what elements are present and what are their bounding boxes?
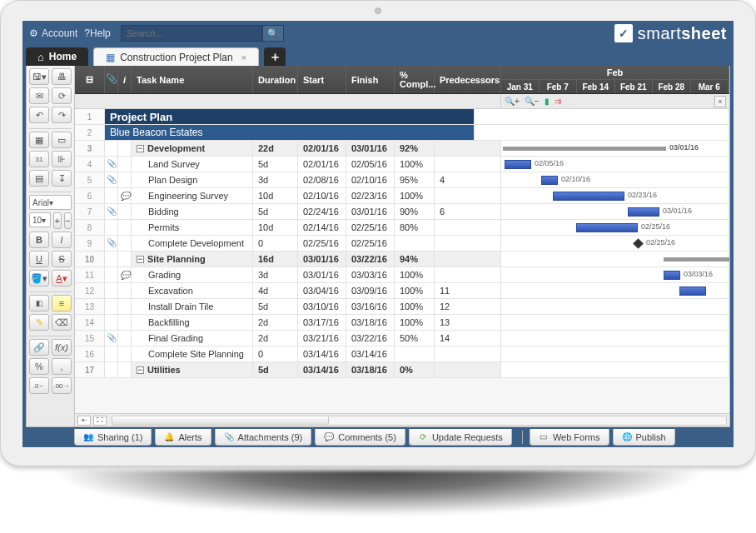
table-row[interactable]: 14Backfilling2d03/17/1603/18/16100%13 bbox=[75, 315, 729, 331]
cell-comment[interactable] bbox=[118, 331, 132, 346]
cell-task[interactable]: −Development bbox=[132, 141, 253, 156]
cell-start[interactable]: 02/01/16 bbox=[298, 141, 346, 156]
cell-complete[interactable]: 100% bbox=[395, 188, 435, 203]
cell-predecessors[interactable]: 13 bbox=[435, 315, 501, 330]
table-row[interactable]: 16Complete Site Planning003/14/1603/14/1… bbox=[75, 346, 729, 362]
email-icon[interactable]: ✉ bbox=[29, 87, 49, 104]
table-row[interactable]: 11💬Grading3d03/01/1603/03/16100%03/03/16 bbox=[75, 267, 729, 283]
cell-predecessors[interactable] bbox=[435, 220, 501, 235]
cell-complete[interactable]: 100% bbox=[395, 283, 435, 298]
cell-predecessors[interactable]: 6 bbox=[435, 204, 501, 219]
row-number[interactable]: 3 bbox=[75, 141, 105, 156]
cell-gantt[interactable] bbox=[501, 252, 729, 266]
close-gantt-icon[interactable]: × bbox=[714, 96, 726, 107]
footer-comments[interactable]: 💬Comments (5) bbox=[315, 429, 405, 446]
cell-attachment[interactable] bbox=[105, 283, 118, 298]
cell-comment[interactable] bbox=[118, 141, 132, 156]
close-icon[interactable]: × bbox=[241, 52, 246, 62]
cell-attachment[interactable] bbox=[105, 220, 118, 235]
redo-icon[interactable]: ↷ bbox=[52, 107, 72, 123]
cell-gantt[interactable] bbox=[475, 109, 729, 124]
table-row[interactable]: 8Permits10d02/14/1602/25/1680%02/25/16 bbox=[75, 220, 729, 236]
col-predecessors[interactable]: Predecessors bbox=[435, 66, 501, 93]
cell-finish[interactable]: 02/05/16 bbox=[346, 157, 395, 172]
collapse-icon[interactable]: − bbox=[137, 145, 144, 152]
cell-finish[interactable]: 03/14/16 bbox=[346, 346, 395, 361]
cell-duration[interactable]: 10d bbox=[253, 220, 298, 235]
cell-start[interactable]: 02/01/16 bbox=[298, 157, 346, 172]
font-shrink-icon[interactable]: − bbox=[64, 212, 72, 229]
cell-finish[interactable]: 03/01/16 bbox=[346, 141, 395, 156]
gantt-milestone[interactable] bbox=[633, 238, 644, 249]
cell-task[interactable]: Project Plan bbox=[105, 109, 475, 124]
row-expand-icon[interactable]: ⛶ bbox=[93, 416, 107, 426]
italic-button[interactable]: I bbox=[52, 232, 72, 248]
cell-task[interactable]: Backfilling bbox=[132, 315, 253, 330]
search-button[interactable]: 🔍 bbox=[262, 25, 284, 42]
cell-attachment[interactable]: 📎 bbox=[105, 331, 118, 346]
cell-comment[interactable]: 💬 bbox=[118, 267, 132, 282]
highlighter-icon[interactable]: ✎ bbox=[29, 314, 49, 331]
cell-task[interactable]: Plan Design bbox=[132, 172, 253, 187]
table-row[interactable]: 6💬Engineering Survey10d02/10/1602/23/161… bbox=[75, 188, 729, 204]
decimal-more-icon[interactable]: .00→ bbox=[52, 377, 72, 394]
cell-start[interactable]: 02/24/16 bbox=[298, 204, 346, 219]
cell-finish[interactable]: 02/23/16 bbox=[346, 188, 395, 203]
cell-gantt[interactable] bbox=[501, 331, 729, 346]
row-number[interactable]: 10 bbox=[75, 252, 105, 266]
row-number[interactable]: 6 bbox=[75, 188, 105, 203]
cell-attachment[interactable] bbox=[105, 299, 118, 314]
cell-duration[interactable]: 4d bbox=[253, 283, 298, 298]
table-row[interactable]: 17−Utilities5d03/14/1603/18/160% bbox=[75, 362, 729, 378]
cell-gantt[interactable] bbox=[501, 283, 729, 298]
row-number[interactable]: 17 bbox=[75, 362, 105, 377]
cell-comment[interactable] bbox=[118, 299, 132, 314]
cell-duration[interactable]: 5d bbox=[253, 157, 298, 172]
cell-start[interactable]: 02/25/16 bbox=[298, 236, 346, 251]
sort-icon[interactable]: ↧ bbox=[52, 170, 72, 187]
card-view-icon[interactable]: ▭ bbox=[52, 132, 72, 148]
gantt-task-bar[interactable] bbox=[576, 223, 638, 232]
cell-gantt[interactable]: 03/01/16 bbox=[501, 141, 729, 156]
cell-task[interactable]: Permits bbox=[132, 220, 253, 235]
print-icon[interactable]: 🖶 bbox=[52, 68, 72, 85]
strike-button[interactable]: S bbox=[52, 251, 72, 267]
footer-updates[interactable]: ⟳Update Requests bbox=[409, 429, 512, 446]
comma-icon[interactable]: , bbox=[52, 358, 72, 375]
table-row[interactable]: 1Project Plan bbox=[75, 109, 729, 125]
help-link[interactable]: Help bbox=[90, 27, 111, 39]
cell-gantt[interactable]: 02/23/16 bbox=[501, 188, 729, 203]
cell-start[interactable]: 03/14/16 bbox=[298, 362, 346, 377]
cell-comment[interactable] bbox=[118, 283, 132, 298]
gantt-summary-bar[interactable] bbox=[664, 257, 729, 262]
table-row[interactable]: 15📎Final Grading2d03/21/1603/22/1650%14 bbox=[75, 331, 729, 346]
col-complete[interactable]: % Compl... bbox=[395, 66, 435, 93]
table-row[interactable]: 12Excavation4d03/04/1603/09/16100%11 bbox=[75, 283, 729, 299]
cell-duration[interactable]: 3d bbox=[253, 267, 298, 282]
row-number[interactable]: 5 bbox=[75, 172, 105, 187]
cell-duration[interactable]: 22d bbox=[253, 141, 298, 156]
footer-attachments[interactable]: 📎Attachments (9) bbox=[215, 429, 312, 446]
cell-gantt[interactable]: 02/10/16 bbox=[501, 172, 729, 187]
cell-predecessors[interactable]: 4 bbox=[435, 172, 501, 187]
cell-predecessors[interactable] bbox=[435, 346, 501, 361]
link-icon[interactable]: 🔗 bbox=[29, 339, 49, 356]
row-number[interactable]: 2 bbox=[75, 125, 105, 140]
cell-complete[interactable]: 95% bbox=[395, 172, 435, 187]
cell-comment[interactable] bbox=[118, 172, 132, 187]
cell-task[interactable]: Install Drain Tile bbox=[132, 299, 253, 314]
row-number[interactable]: 9 bbox=[75, 236, 105, 251]
row-collapse-icon[interactable]: ⇤ bbox=[77, 416, 91, 426]
cell-duration[interactable]: 5d bbox=[253, 204, 298, 219]
footer-alerts[interactable]: 🔔Alerts bbox=[155, 429, 211, 446]
cell-gantt[interactable]: 03/03/16 bbox=[501, 267, 729, 282]
cell-attachment[interactable]: 📎 bbox=[105, 157, 118, 172]
cell-complete[interactable] bbox=[395, 346, 435, 361]
gantt-task-bar[interactable] bbox=[628, 207, 659, 217]
gantt-task-bar[interactable] bbox=[505, 160, 531, 169]
cell-task[interactable]: Engineering Survey bbox=[132, 188, 253, 203]
cell-finish[interactable]: 02/10/16 bbox=[346, 172, 395, 187]
expand-all-icon[interactable]: ⊟ bbox=[75, 66, 105, 93]
percent-icon[interactable]: % bbox=[29, 358, 49, 375]
gantt-task-bar[interactable] bbox=[664, 271, 680, 280]
